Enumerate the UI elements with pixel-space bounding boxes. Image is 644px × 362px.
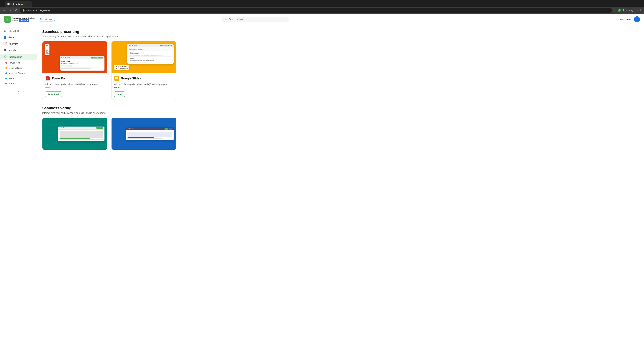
sidebar-item-label: Team [9, 36, 14, 39]
powerpoint-card-name: PowerPoint [52, 77, 68, 80]
address-url: admin.sli.do/integrations [26, 9, 50, 11]
powerpoint-svg-icon: P [46, 76, 50, 80]
search-bar[interactable]: 🔍 [222, 16, 289, 22]
svg-text:P: P [47, 77, 48, 80]
microsoft-teams-dot [5, 72, 7, 74]
google-slides-svg-icon [114, 76, 119, 81]
google-slides-dot [5, 67, 7, 69]
search-input[interactable] [229, 18, 286, 21]
browser-toolbar: ← → ↺ 🔒 admin.sli.do/integrations ☆ 🧩 ⬇ … [0, 7, 644, 14]
webex-card: ⬡ Webex ● Meeting [42, 118, 107, 150]
powerpoint-download-button[interactable]: Download [45, 91, 62, 97]
sub-item-label: PowerPoint [9, 61, 20, 64]
webex-card-image: ⬡ Webex ● Meeting [42, 118, 107, 150]
powerpoint-card: slido ● Present with Slido Word cloud ▾ … [42, 41, 107, 100]
svg-rect-8 [116, 79, 117, 79]
tab-close-button[interactable]: ✕ [28, 3, 30, 5]
back-button[interactable]: ← [2, 8, 7, 12]
org-info: Lauren's organization Owner UPGRADE [12, 17, 35, 22]
sidebar-item-label: Tutorials [9, 49, 18, 52]
svg-rect-7 [116, 78, 118, 79]
powerpoint-card-image: slido ● Present with Slido Word cloud ▾ … [42, 41, 107, 73]
slido-logo: s [4, 16, 11, 23]
seamless-presenting-desc: Automatically launch Slido from your sli… [42, 35, 639, 38]
tab-favicon: S [8, 3, 10, 5]
main-layout: ⊞ My Slidos 👤 Team 📈 Analytics 🎓 Tutoria… [0, 25, 644, 362]
sidebar-sub-item-webex[interactable]: Webex [0, 76, 37, 81]
seamless-presenting-title: Seamless presenting [42, 29, 639, 34]
address-bar[interactable]: 🔒 admin.sli.do/integrations [20, 8, 612, 12]
menu-icon[interactable]: ⋮ [639, 9, 642, 12]
download-icon[interactable]: ⬇ [622, 9, 625, 12]
sidebar-item-tutorials[interactable]: 🎓 Tutorials [0, 47, 37, 54]
powerpoint-card-body: P PowerPoint Add and display polls, quiz… [42, 73, 107, 100]
presenting-cards-grid: slido ● Present with Slido Word cloud ▾ … [42, 41, 176, 100]
role-text: Owner [12, 19, 18, 22]
powerpoint-icon: P [45, 76, 50, 81]
header-right: What's new LD [620, 16, 640, 22]
tutorials-icon: 🎓 [3, 49, 7, 52]
google-slides-add-button[interactable]: Add [114, 91, 125, 97]
sub-item-label: Google Slides [9, 67, 22, 69]
sidebar-item-label: Integrations [9, 56, 22, 58]
incognito-badge[interactable]: Incognito [626, 9, 638, 12]
bookmark-icon[interactable]: ☆ [614, 9, 616, 12]
powerpoint-dot [5, 62, 7, 64]
avatar[interactable]: LD [634, 16, 640, 22]
voting-cards-grid: ⬡ Webex ● Meeting [42, 118, 176, 150]
sidebar: ⊞ My Slidos 👤 Team 📈 Analytics 🎓 Tutoria… [0, 25, 37, 362]
google-slides-card-image: slido ● Present with Slido Popular Recen… [112, 41, 176, 73]
sidebar-item-team[interactable]: 👤 Team [0, 34, 37, 40]
active-tab[interactable]: S Integrations ✕ [5, 1, 32, 7]
seamless-voting-section: Seamless voting Interact with your parti… [42, 106, 639, 150]
google-slides-card-body: Google Slides Add and display polls, qui… [112, 73, 176, 100]
seamless-voting-desc: Interact with your participants in one c… [42, 112, 639, 114]
refresh-button[interactable]: ↺ [14, 8, 18, 12]
main-content: Seamless presenting Automatically launch… [37, 25, 644, 362]
tab-bar: ▾ S Integrations ✕ + [0, 0, 644, 7]
microsoft-teams-card: 💼 Teams Q&A Polls [111, 118, 176, 150]
tab-title: Integrations [12, 3, 23, 5]
svg-rect-6 [116, 78, 117, 78]
google-slides-icon [114, 76, 119, 81]
powerpoint-card-header: P PowerPoint [45, 76, 104, 81]
powerpoint-card-desc: Add and display polls, quizzes and Q&A d… [45, 83, 104, 89]
app-header: s Lauren's organization Owner UPGRADE Ne… [0, 14, 644, 25]
sidebar-item-label: Analytics [9, 42, 18, 45]
seamless-voting-title: Seamless voting [42, 106, 639, 110]
address-lock-icon: 🔒 [22, 9, 25, 11]
new-interface-button[interactable]: New interface [38, 17, 55, 21]
webex-dot [5, 78, 7, 79]
sidebar-sub-item-microsoft-teams[interactable]: Microsoft Teams [0, 70, 37, 76]
upgrade-button[interactable]: UPGRADE [19, 19, 29, 22]
org-name: Lauren's organization [12, 17, 35, 19]
tab-group-button[interactable]: ▾ [1, 2, 4, 6]
sub-item-label: Zoom [9, 82, 14, 85]
sidebar-sub-item-powerpoint[interactable]: PowerPoint [0, 60, 37, 65]
analytics-icon: 📈 [3, 42, 7, 45]
sidebar-item-integrations[interactable]: 🔗 Integrations [0, 54, 37, 60]
microsoft-teams-card-image: 💼 Teams Q&A Polls [112, 118, 176, 150]
extensions-icon[interactable]: 🧩 [618, 9, 621, 12]
zoom-dot [5, 83, 7, 84]
sidebar-item-label: My Slidos [9, 29, 19, 32]
forward-button[interactable]: → [8, 8, 13, 12]
sub-item-label: Microsoft Teams [9, 72, 24, 74]
sidebar-sub-item-zoom[interactable]: Zoom [0, 81, 37, 86]
google-slides-card-desc: Add and display polls, quizzes and Q&A d… [114, 83, 174, 89]
toolbar-right: ☆ 🧩 ⬇ Incognito ⋮ [614, 9, 642, 12]
sidebar-sub-item-google-slides[interactable]: Google Slides [0, 65, 37, 70]
sidebar-item-my-slidos[interactable]: ⊞ My Slidos [0, 27, 37, 34]
team-icon: 👤 [3, 36, 7, 39]
google-slides-card-name: Google Slides [121, 77, 141, 80]
logo-area: s Lauren's organization Owner UPGRADE [4, 16, 35, 23]
svg-text:s: s [7, 18, 8, 21]
my-slidos-icon: ⊞ [3, 29, 7, 32]
integrations-icon: 🔗 [3, 55, 7, 58]
new-tab-button[interactable]: + [32, 2, 37, 6]
sub-item-label: Webex [9, 77, 16, 80]
app-container: s Lauren's organization Owner UPGRADE Ne… [0, 14, 644, 362]
help-button[interactable]: ? [16, 89, 21, 94]
whats-new-button[interactable]: What's new [620, 18, 631, 21]
sidebar-item-analytics[interactable]: 📈 Analytics [0, 40, 37, 47]
